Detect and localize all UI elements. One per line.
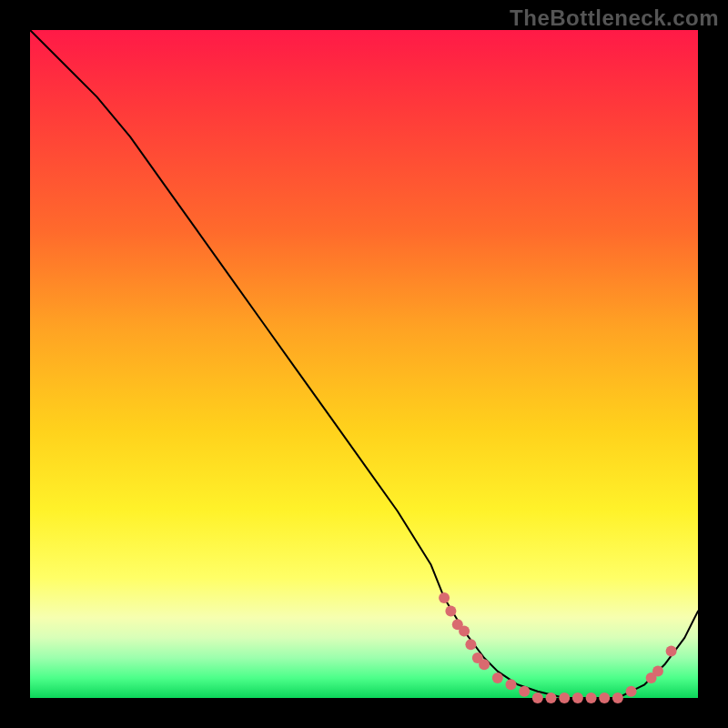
marker-dot bbox=[626, 686, 637, 697]
watermark-text: TheBottleneck.com bbox=[510, 5, 719, 31]
bottleneck-curve bbox=[30, 30, 698, 698]
chart-frame: TheBottleneck.com bbox=[0, 0, 728, 728]
plot-area bbox=[30, 30, 698, 698]
marker-dot bbox=[532, 693, 543, 703]
marker-dot bbox=[612, 693, 623, 703]
marker-dot bbox=[586, 693, 597, 703]
marker-dot bbox=[439, 592, 450, 603]
marker-dot bbox=[506, 679, 517, 690]
marker-dot bbox=[666, 646, 677, 657]
marker-dot bbox=[465, 639, 476, 650]
marker-dot bbox=[599, 693, 610, 703]
marker-dot bbox=[546, 693, 557, 703]
marker-dot bbox=[459, 626, 470, 637]
marker-dot bbox=[519, 686, 530, 697]
marker-dot bbox=[652, 666, 663, 677]
marker-dot bbox=[445, 606, 456, 617]
marker-dot bbox=[492, 672, 503, 683]
curve-svg bbox=[30, 30, 698, 698]
marker-dot bbox=[559, 693, 570, 703]
marker-dot bbox=[479, 659, 490, 670]
marker-dot bbox=[572, 693, 583, 703]
